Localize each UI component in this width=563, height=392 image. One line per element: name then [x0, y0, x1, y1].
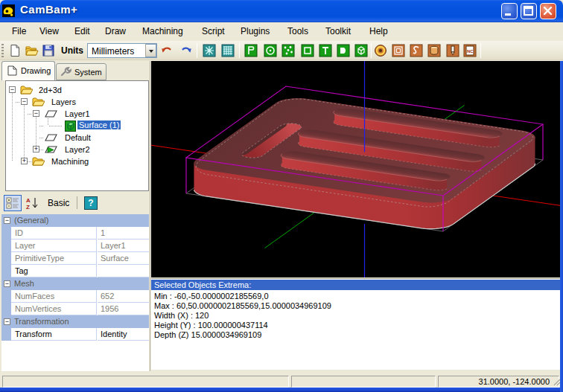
svg-text:NC: NC [467, 49, 474, 54]
svg-text:Z: Z [26, 204, 30, 210]
svg-text:A: A [26, 197, 31, 204]
